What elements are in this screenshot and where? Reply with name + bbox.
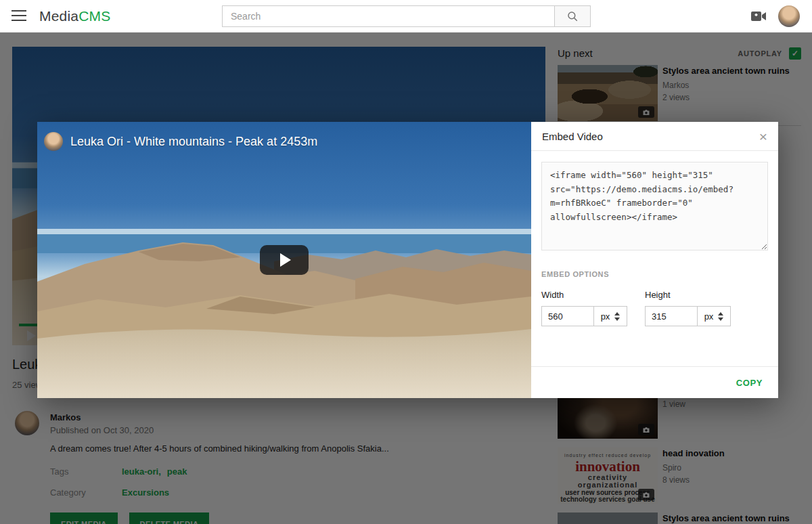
embed-options-label: EMBED OPTIONS — [541, 270, 768, 278]
search-input[interactable] — [222, 5, 555, 27]
preview-author-avatar — [44, 132, 63, 151]
spinner-icon — [718, 312, 723, 321]
top-bar: MediaCMS — [0, 0, 812, 32]
logo-cms-text: CMS — [78, 8, 110, 24]
embed-video-modal: Embed Video × <iframe width="560" height… — [531, 122, 778, 398]
search-icon — [566, 10, 579, 22]
logo-media-text: Media — [39, 8, 78, 24]
width-field: Width px — [541, 290, 627, 326]
copy-button[interactable]: COPY — [732, 377, 767, 389]
unit-label: px — [601, 311, 610, 322]
menu-icon[interactable] — [12, 10, 26, 21]
logo[interactable]: MediaCMS — [39, 8, 110, 24]
close-icon[interactable]: × — [759, 129, 767, 144]
embed-code-textarea[interactable]: <iframe width="560" height="315" src="ht… — [541, 162, 768, 250]
modal-title: Embed Video — [542, 131, 603, 142]
search-bar — [222, 5, 591, 27]
height-field: Height px — [645, 290, 731, 326]
video-upload-icon — [750, 9, 767, 24]
search-button[interactable] — [554, 5, 591, 27]
width-input[interactable] — [541, 306, 594, 326]
height-label: Height — [645, 290, 731, 300]
width-label: Width — [541, 290, 627, 300]
spinner-icon — [614, 312, 620, 321]
height-input[interactable] — [645, 306, 698, 326]
width-unit-select[interactable]: px — [593, 306, 627, 326]
upload-media-button[interactable] — [750, 9, 767, 24]
unit-label: px — [704, 311, 714, 322]
embed-video-preview[interactable]: Leuka Ori - White mountains - Peak at 24… — [37, 122, 531, 398]
preview-play-button[interactable] — [260, 245, 309, 275]
user-avatar[interactable] — [778, 5, 800, 27]
preview-video-title[interactable]: Leuka Ori - White mountains - Peak at 24… — [70, 135, 317, 149]
embed-popup: Leuka Ori - White mountains - Peak at 24… — [37, 122, 778, 398]
height-unit-select[interactable]: px — [697, 306, 731, 326]
